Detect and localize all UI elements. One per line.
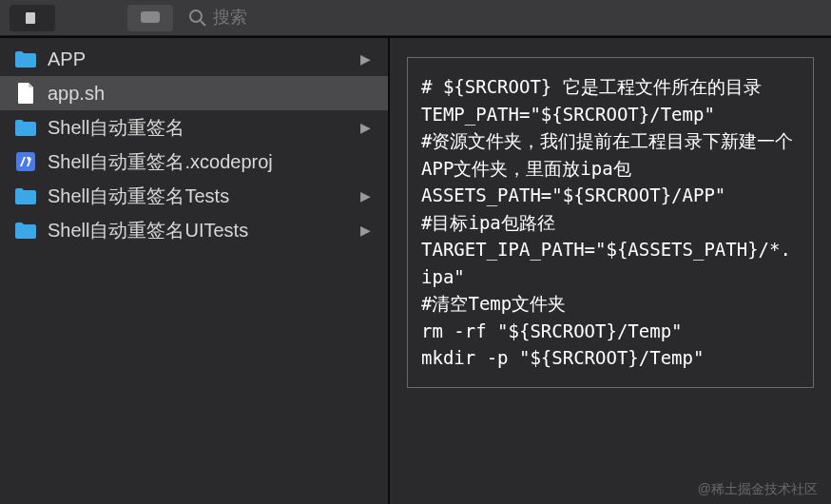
chevron-right-icon: ▶ [360, 188, 371, 204]
folder-icon [13, 220, 38, 241]
chat-icon [139, 10, 162, 26]
chevron-right-icon: ▶ [360, 223, 371, 238]
file-label: Shell自动重签名 [48, 115, 184, 141]
svg-line-3 [201, 21, 205, 26]
search-area [188, 8, 308, 28]
search-icon [188, 9, 207, 28]
file-row-app-folder[interactable]: APP ▶ [0, 42, 388, 76]
file-row-xcodeproj[interactable]: Shell自动重签名.xcodeproj [0, 145, 388, 179]
document-icon [24, 11, 41, 25]
svg-point-2 [190, 10, 202, 22]
main: APP ▶ app.sh Shell自动重签名 ▶ Shell自动重签名.xco… [0, 38, 831, 504]
file-label: app.sh [48, 83, 105, 105]
file-row-shell-resign[interactable]: Shell自动重签名 ▶ [0, 110, 388, 145]
svg-rect-1 [141, 11, 160, 23]
folder-icon [13, 48, 38, 69]
file-icon [13, 83, 38, 104]
file-row-app-sh[interactable]: app.sh [0, 76, 388, 110]
toolbar-button-1[interactable] [10, 5, 55, 31]
xcodeproj-icon [13, 151, 38, 172]
file-label: Shell自动重签名UITests [48, 218, 248, 243]
file-row-shell-uitests[interactable]: Shell自动重签名UITests ▶ [0, 213, 388, 247]
svg-rect-4 [16, 152, 35, 171]
search-input[interactable] [213, 8, 308, 28]
preview-pane: # ${SRCROOT} 它是工程文件所在的目录 TEMP_PATH="${SR… [390, 38, 831, 504]
chevron-right-icon: ▶ [360, 120, 371, 135]
svg-rect-0 [26, 12, 35, 24]
chevron-right-icon: ▶ [360, 51, 371, 67]
file-label: APP [48, 48, 86, 70]
file-sidebar: APP ▶ app.sh Shell自动重签名 ▶ Shell自动重签名.xco… [0, 38, 390, 504]
file-label: Shell自动重签名.xcodeproj [48, 149, 273, 175]
folder-icon [13, 185, 38, 206]
watermark: @稀土掘金技术社区 [698, 481, 818, 498]
file-label: Shell自动重签名Tests [48, 184, 229, 209]
folder-icon [13, 117, 38, 138]
file-row-shell-tests[interactable]: Shell自动重签名Tests ▶ [0, 179, 388, 213]
toolbar [0, 0, 831, 36]
toolbar-button-2[interactable] [127, 5, 173, 31]
file-preview-content: # ${SRCROOT} 它是工程文件所在的目录 TEMP_PATH="${SR… [407, 57, 814, 388]
